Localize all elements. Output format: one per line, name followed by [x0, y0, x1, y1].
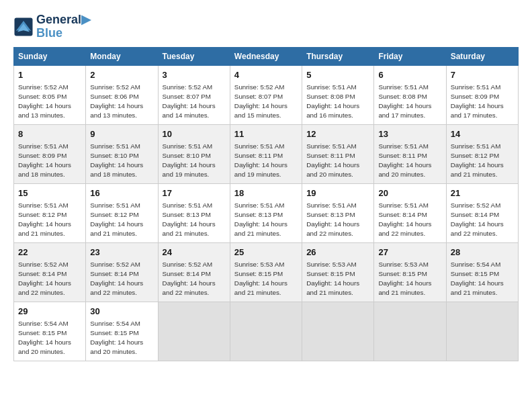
day-info: Sunrise: 5:53 AMSunset: 8:15 PMDaylight:… — [234, 260, 298, 298]
day-number: 12 — [306, 128, 369, 140]
day-number: 26 — [306, 246, 369, 259]
day-info: Sunrise: 5:52 AMSunset: 8:07 PMDaylight:… — [234, 83, 298, 121]
calendar-cell: 22Sunrise: 5:52 AMSunset: 8:14 PMDayligh… — [14, 242, 86, 302]
day-info: Sunrise: 5:51 AMSunset: 8:10 PMDaylight:… — [90, 142, 153, 180]
page-header: General▶ Blue — [13, 13, 519, 40]
calendar-cell — [230, 302, 302, 361]
weekday-header: Thursday — [302, 47, 374, 65]
calendar-cell: 21Sunrise: 5:52 AMSunset: 8:14 PMDayligh… — [446, 183, 518, 242]
calendar-cell: 18Sunrise: 5:51 AMSunset: 8:13 PMDayligh… — [230, 183, 302, 242]
day-info: Sunrise: 5:51 AMSunset: 8:08 PMDaylight:… — [306, 83, 369, 121]
calendar-cell: 15Sunrise: 5:51 AMSunset: 8:12 PMDayligh… — [14, 183, 86, 242]
day-number: 30 — [90, 306, 153, 318]
day-info: Sunrise: 5:51 AMSunset: 8:09 PMDaylight:… — [451, 83, 514, 121]
calendar-week-row: 1Sunrise: 5:52 AMSunset: 8:05 PMDaylight… — [14, 65, 519, 124]
day-number: 24 — [163, 246, 226, 259]
weekday-header: Wednesday — [230, 47, 302, 65]
calendar-cell: 29Sunrise: 5:54 AMSunset: 8:15 PMDayligh… — [14, 302, 86, 361]
day-number: 25 — [234, 246, 298, 259]
calendar-week-row: 22Sunrise: 5:52 AMSunset: 8:14 PMDayligh… — [14, 242, 519, 302]
day-info: Sunrise: 5:51 AMSunset: 8:10 PMDaylight:… — [163, 142, 226, 180]
calendar-cell: 25Sunrise: 5:53 AMSunset: 8:15 PMDayligh… — [230, 242, 302, 302]
day-number: 7 — [451, 69, 514, 81]
calendar-week-row: 8Sunrise: 5:51 AMSunset: 8:09 PMDaylight… — [14, 124, 519, 183]
calendar-cell: 30Sunrise: 5:54 AMSunset: 8:15 PMDayligh… — [86, 302, 158, 361]
calendar-cell: 19Sunrise: 5:51 AMSunset: 8:13 PMDayligh… — [302, 183, 374, 242]
day-number: 3 — [163, 69, 226, 81]
calendar-cell: 3Sunrise: 5:52 AMSunset: 8:07 PMDaylight… — [158, 65, 230, 124]
day-info: Sunrise: 5:52 AMSunset: 8:05 PMDaylight:… — [18, 83, 81, 121]
day-info: Sunrise: 5:51 AMSunset: 8:12 PMDaylight:… — [18, 201, 81, 239]
day-info: Sunrise: 5:54 AMSunset: 8:15 PMDaylight:… — [90, 319, 153, 357]
day-info: Sunrise: 5:54 AMSunset: 8:15 PMDaylight:… — [451, 260, 514, 298]
day-info: Sunrise: 5:51 AMSunset: 8:11 PMDaylight:… — [234, 142, 298, 180]
calendar-cell: 1Sunrise: 5:52 AMSunset: 8:05 PMDaylight… — [14, 65, 86, 124]
day-number: 6 — [378, 69, 441, 81]
day-number: 14 — [451, 128, 514, 140]
day-info: Sunrise: 5:51 AMSunset: 8:12 PMDaylight:… — [451, 142, 514, 180]
weekday-header: Saturday — [446, 47, 518, 65]
day-info: Sunrise: 5:51 AMSunset: 8:13 PMDaylight:… — [234, 201, 298, 239]
day-number: 20 — [378, 187, 441, 199]
day-info: Sunrise: 5:51 AMSunset: 8:11 PMDaylight:… — [306, 142, 369, 180]
calendar-cell — [158, 302, 230, 361]
day-number: 29 — [18, 306, 81, 318]
calendar-cell — [446, 302, 518, 361]
calendar-cell: 11Sunrise: 5:51 AMSunset: 8:11 PMDayligh… — [230, 124, 302, 183]
day-number: 16 — [90, 187, 153, 199]
calendar-cell: 2Sunrise: 5:52 AMSunset: 8:06 PMDaylight… — [86, 65, 158, 124]
calendar-cell: 20Sunrise: 5:51 AMSunset: 8:14 PMDayligh… — [374, 183, 446, 242]
day-info: Sunrise: 5:51 AMSunset: 8:13 PMDaylight:… — [306, 201, 369, 239]
day-info: Sunrise: 5:52 AMSunset: 8:14 PMDaylight:… — [451, 201, 514, 239]
calendar-table: SundayMondayTuesdayWednesdayThursdayFrid… — [13, 47, 519, 361]
calendar-cell: 27Sunrise: 5:53 AMSunset: 8:15 PMDayligh… — [374, 242, 446, 302]
day-info: Sunrise: 5:53 AMSunset: 8:15 PMDaylight:… — [306, 260, 369, 298]
calendar-cell: 13Sunrise: 5:51 AMSunset: 8:11 PMDayligh… — [374, 124, 446, 183]
day-number: 27 — [378, 246, 441, 259]
logo-text: General▶ Blue — [36, 13, 91, 40]
day-number: 5 — [306, 69, 369, 81]
day-number: 1 — [18, 69, 81, 81]
calendar-cell: 12Sunrise: 5:51 AMSunset: 8:11 PMDayligh… — [302, 124, 374, 183]
day-number: 2 — [90, 69, 153, 81]
day-number: 19 — [306, 187, 369, 199]
day-info: Sunrise: 5:52 AMSunset: 8:07 PMDaylight:… — [163, 83, 226, 121]
day-info: Sunrise: 5:51 AMSunset: 8:09 PMDaylight:… — [18, 142, 81, 180]
day-number: 11 — [234, 128, 298, 140]
weekday-header: Monday — [86, 47, 158, 65]
calendar-cell: 7Sunrise: 5:51 AMSunset: 8:09 PMDaylight… — [446, 65, 518, 124]
calendar-cell: 8Sunrise: 5:51 AMSunset: 8:09 PMDaylight… — [14, 124, 86, 183]
day-number: 8 — [18, 128, 81, 140]
day-number: 4 — [234, 69, 298, 81]
weekday-header: Tuesday — [158, 47, 230, 65]
calendar-cell: 28Sunrise: 5:54 AMSunset: 8:15 PMDayligh… — [446, 242, 518, 302]
day-number: 13 — [378, 128, 441, 140]
day-number: 23 — [90, 246, 153, 259]
calendar-cell: 14Sunrise: 5:51 AMSunset: 8:12 PMDayligh… — [446, 124, 518, 183]
weekday-header: Friday — [374, 47, 446, 65]
day-info: Sunrise: 5:52 AMSunset: 8:06 PMDaylight:… — [90, 83, 153, 121]
logo: General▶ Blue — [13, 13, 91, 40]
day-number: 21 — [451, 187, 514, 199]
calendar-header-row: SundayMondayTuesdayWednesdayThursdayFrid… — [14, 47, 519, 65]
calendar-cell: 24Sunrise: 5:52 AMSunset: 8:14 PMDayligh… — [158, 242, 230, 302]
calendar-cell — [374, 302, 446, 361]
calendar-cell: 23Sunrise: 5:52 AMSunset: 8:14 PMDayligh… — [86, 242, 158, 302]
calendar-cell: 17Sunrise: 5:51 AMSunset: 8:13 PMDayligh… — [158, 183, 230, 242]
calendar-cell: 26Sunrise: 5:53 AMSunset: 8:15 PMDayligh… — [302, 242, 374, 302]
calendar-cell — [302, 302, 374, 361]
calendar-cell: 6Sunrise: 5:51 AMSunset: 8:08 PMDaylight… — [374, 65, 446, 124]
day-info: Sunrise: 5:52 AMSunset: 8:14 PMDaylight:… — [18, 260, 81, 298]
day-number: 9 — [90, 128, 153, 140]
day-info: Sunrise: 5:53 AMSunset: 8:15 PMDaylight:… — [378, 260, 441, 298]
day-number: 10 — [163, 128, 226, 140]
day-number: 28 — [451, 246, 514, 259]
day-info: Sunrise: 5:51 AMSunset: 8:13 PMDaylight:… — [163, 201, 226, 239]
calendar-cell: 16Sunrise: 5:51 AMSunset: 8:12 PMDayligh… — [86, 183, 158, 242]
day-info: Sunrise: 5:54 AMSunset: 8:15 PMDaylight:… — [18, 319, 81, 357]
calendar-week-row: 29Sunrise: 5:54 AMSunset: 8:15 PMDayligh… — [14, 302, 519, 361]
day-info: Sunrise: 5:51 AMSunset: 8:12 PMDaylight:… — [90, 201, 153, 239]
day-info: Sunrise: 5:51 AMSunset: 8:08 PMDaylight:… — [378, 83, 441, 121]
day-number: 22 — [18, 246, 81, 259]
calendar-cell: 4Sunrise: 5:52 AMSunset: 8:07 PMDaylight… — [230, 65, 302, 124]
